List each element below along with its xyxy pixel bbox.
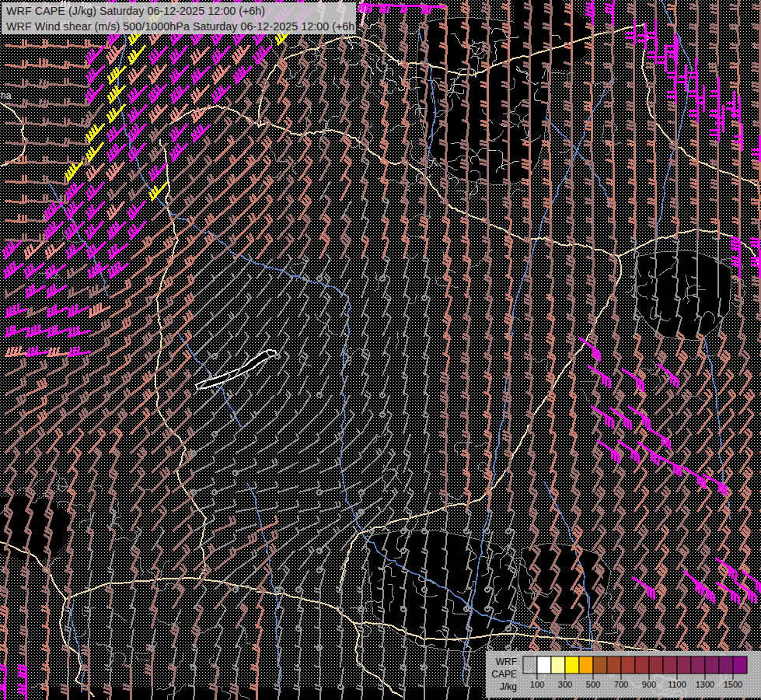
svg-text:900: 900 [642, 680, 656, 689]
svg-text:ha: ha [1, 90, 12, 101]
svg-text:1500: 1500 [724, 680, 742, 689]
svg-text:CAPE: CAPE [491, 669, 517, 680]
svg-text:WRF: WRF [496, 656, 517, 667]
svg-text:500: 500 [586, 680, 600, 689]
svg-text:1300: 1300 [696, 680, 714, 689]
svg-text:1100: 1100 [668, 680, 686, 689]
svg-text:100: 100 [530, 680, 544, 689]
svg-text:J/kg: J/kg [500, 681, 517, 692]
svg-text:300: 300 [558, 680, 572, 689]
svg-text:700: 700 [614, 680, 628, 689]
